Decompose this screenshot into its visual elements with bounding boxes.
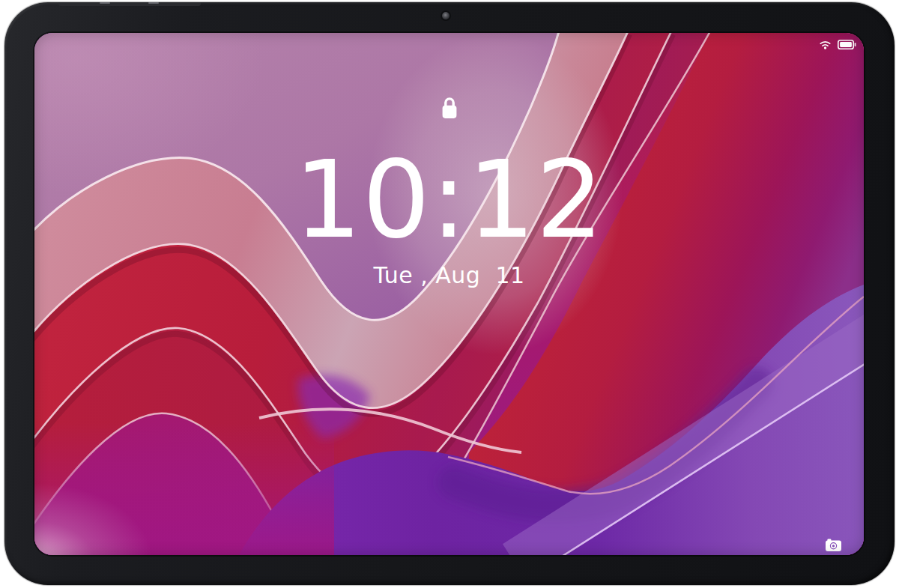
lock-icon (441, 94, 458, 121)
tablet-body: 10:12 Tue , Aug 11 (4, 2, 895, 585)
front-camera-icon (442, 12, 450, 19)
lock-screen[interactable]: 10:12 Tue , Aug 11 (34, 33, 864, 555)
clock-date: Tue , Aug 11 (34, 262, 864, 288)
lock-status (34, 94, 864, 124)
wifi-icon (819, 40, 832, 49)
clock-time: 10:12 (34, 147, 864, 253)
battery-icon (838, 40, 856, 49)
camera-shortcut-button[interactable] (826, 539, 841, 551)
status-bar (819, 39, 856, 50)
power-button (148, 2, 159, 4)
camera-icon (826, 539, 841, 551)
physical-buttons (58, 2, 201, 6)
volume-button (100, 2, 110, 4)
